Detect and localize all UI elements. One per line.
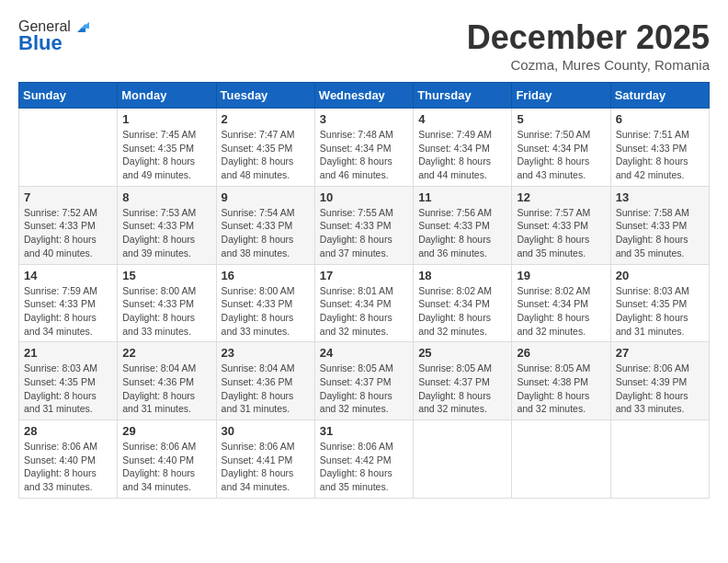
day-number: 15 [122,269,210,282]
day-number: 11 [418,190,506,204]
day-number: 7 [24,190,112,204]
day-of-week-header: Thursday [414,83,512,109]
calendar-cell: 15Sunrise: 8:00 AM Sunset: 4:33 PM Dayli… [118,264,216,342]
cell-info: Sunrise: 8:06 AM Sunset: 4:40 PM Dayligh… [122,440,210,494]
cell-info: Sunrise: 7:54 AM Sunset: 4:33 PM Dayligh… [222,206,310,260]
day-number: 18 [418,269,506,282]
calendar-cell: 31Sunrise: 8:06 AM Sunset: 4:42 PM Dayli… [314,420,413,499]
calendar-cell: 22Sunrise: 8:04 AM Sunset: 4:36 PM Dayli… [118,342,216,420]
calendar-cell [19,109,118,187]
calendar-cell: 20Sunrise: 8:03 AM Sunset: 4:35 PM Dayli… [610,264,709,342]
calendar-cell: 28Sunrise: 8:06 AM Sunset: 4:40 PM Dayli… [19,420,118,499]
calendar-cell: 29Sunrise: 8:06 AM Sunset: 4:40 PM Dayli… [118,420,216,499]
cell-info: Sunrise: 8:06 AM Sunset: 4:42 PM Dayligh… [320,440,408,494]
calendar-cell: 11Sunrise: 7:56 AM Sunset: 4:33 PM Dayli… [414,186,512,264]
cell-info: Sunrise: 8:05 AM Sunset: 4:37 PM Dayligh… [418,362,506,416]
calendar-cell [512,420,610,499]
calendar-cell: 23Sunrise: 8:04 AM Sunset: 4:36 PM Dayli… [216,342,314,420]
calendar-cell: 9Sunrise: 7:54 AM Sunset: 4:33 PM Daylig… [216,186,314,264]
day-number: 6 [616,112,704,126]
calendar-cell: 27Sunrise: 8:06 AM Sunset: 4:39 PM Dayli… [610,342,709,420]
day-number: 14 [24,269,112,282]
calendar-cell: 6Sunrise: 7:51 AM Sunset: 4:33 PM Daylig… [610,109,709,187]
cell-info: Sunrise: 7:49 AM Sunset: 4:34 PM Dayligh… [418,128,506,182]
location-subtitle: Cozma, Mures County, Romania [467,57,710,73]
day-number: 1 [122,112,210,126]
day-number: 30 [222,424,310,438]
day-number: 2 [222,112,310,126]
page-header: General Blue December 2025 Cozma, Mures … [18,18,710,73]
calendar-cell: 24Sunrise: 8:05 AM Sunset: 4:37 PM Dayli… [314,342,413,420]
cell-info: Sunrise: 8:01 AM Sunset: 4:34 PM Dayligh… [320,284,408,339]
day-number: 25 [418,346,506,360]
calendar-cell [610,420,709,499]
calendar-cell: 18Sunrise: 8:02 AM Sunset: 4:34 PM Dayli… [414,264,512,342]
cell-info: Sunrise: 7:55 AM Sunset: 4:33 PM Dayligh… [320,206,408,260]
day-of-week-header: Wednesday [314,83,413,109]
calendar-cell: 1Sunrise: 7:45 AM Sunset: 4:35 PM Daylig… [118,109,216,187]
calendar-cell: 17Sunrise: 8:01 AM Sunset: 4:34 PM Dayli… [314,264,413,342]
day-of-week-header: Friday [512,83,610,109]
calendar-cell: 13Sunrise: 7:58 AM Sunset: 4:33 PM Dayli… [610,186,709,264]
calendar-cell: 5Sunrise: 7:50 AM Sunset: 4:34 PM Daylig… [512,109,610,187]
day-number: 5 [517,112,605,126]
cell-info: Sunrise: 8:02 AM Sunset: 4:34 PM Dayligh… [418,284,506,339]
day-number: 27 [616,346,704,360]
day-number: 19 [517,269,605,282]
cell-info: Sunrise: 8:03 AM Sunset: 4:35 PM Dayligh… [616,284,704,339]
cell-info: Sunrise: 8:00 AM Sunset: 4:33 PM Dayligh… [222,284,310,339]
cell-info: Sunrise: 8:06 AM Sunset: 4:40 PM Dayligh… [24,440,112,494]
day-number: 31 [320,424,408,438]
calendar-cell: 30Sunrise: 8:06 AM Sunset: 4:41 PM Dayli… [216,420,314,499]
calendar-week-row: 1Sunrise: 7:45 AM Sunset: 4:35 PM Daylig… [19,109,710,187]
cell-info: Sunrise: 7:48 AM Sunset: 4:34 PM Dayligh… [320,128,408,182]
month-title: December 2025 [467,18,710,57]
day-number: 17 [320,269,408,282]
calendar-cell: 7Sunrise: 7:52 AM Sunset: 4:33 PM Daylig… [19,186,118,264]
cell-info: Sunrise: 8:06 AM Sunset: 4:41 PM Dayligh… [222,440,310,494]
day-number: 28 [24,424,112,438]
calendar-cell: 16Sunrise: 8:00 AM Sunset: 4:33 PM Dayli… [216,264,314,342]
cell-info: Sunrise: 7:51 AM Sunset: 4:33 PM Dayligh… [616,128,704,182]
day-number: 23 [222,346,310,360]
calendar-cell: 26Sunrise: 8:05 AM Sunset: 4:38 PM Dayli… [512,342,610,420]
logo-blue-text: Blue [18,31,63,55]
day-number: 24 [320,346,408,360]
calendar-week-row: 7Sunrise: 7:52 AM Sunset: 4:33 PM Daylig… [19,186,710,264]
day-number: 26 [517,346,605,360]
calendar-cell: 10Sunrise: 7:55 AM Sunset: 4:33 PM Dayli… [314,186,413,264]
day-of-week-header: Tuesday [216,83,314,109]
calendar-cell: 2Sunrise: 7:47 AM Sunset: 4:35 PM Daylig… [216,109,314,187]
cell-info: Sunrise: 7:56 AM Sunset: 4:33 PM Dayligh… [418,206,506,260]
cell-info: Sunrise: 8:05 AM Sunset: 4:37 PM Dayligh… [320,362,408,416]
calendar-table: SundayMondayTuesdayWednesdayThursdayFrid… [18,82,710,499]
day-number: 10 [320,190,408,204]
day-number: 9 [222,190,310,204]
calendar-week-row: 21Sunrise: 8:03 AM Sunset: 4:35 PM Dayli… [19,342,710,420]
cell-info: Sunrise: 8:02 AM Sunset: 4:34 PM Dayligh… [517,284,605,339]
cell-info: Sunrise: 8:04 AM Sunset: 4:36 PM Dayligh… [222,362,310,416]
calendar-cell [414,420,512,499]
day-number: 29 [122,424,210,438]
cell-info: Sunrise: 7:53 AM Sunset: 4:33 PM Dayligh… [122,206,210,260]
day-number: 22 [122,346,210,360]
calendar-cell: 8Sunrise: 7:53 AM Sunset: 4:33 PM Daylig… [118,186,216,264]
day-number: 20 [616,269,704,282]
calendar-header-row: SundayMondayTuesdayWednesdayThursdayFrid… [19,83,710,109]
cell-info: Sunrise: 8:00 AM Sunset: 4:33 PM Dayligh… [122,284,210,339]
cell-info: Sunrise: 7:58 AM Sunset: 4:33 PM Dayligh… [616,206,704,260]
calendar-cell: 4Sunrise: 7:49 AM Sunset: 4:34 PM Daylig… [414,109,512,187]
logo: General Blue [18,18,89,55]
day-of-week-header: Sunday [19,83,118,109]
cell-info: Sunrise: 8:04 AM Sunset: 4:36 PM Dayligh… [122,362,210,416]
day-number: 3 [320,112,408,126]
cell-info: Sunrise: 7:45 AM Sunset: 4:35 PM Dayligh… [122,128,210,182]
day-number: 8 [122,190,210,204]
cell-info: Sunrise: 7:52 AM Sunset: 4:33 PM Dayligh… [24,206,112,260]
calendar-week-row: 14Sunrise: 7:59 AM Sunset: 4:33 PM Dayli… [19,264,710,342]
calendar-week-row: 28Sunrise: 8:06 AM Sunset: 4:40 PM Dayli… [19,420,710,499]
day-number: 16 [222,269,310,282]
cell-info: Sunrise: 7:59 AM Sunset: 4:33 PM Dayligh… [24,284,112,339]
cell-info: Sunrise: 7:50 AM Sunset: 4:34 PM Dayligh… [517,128,605,182]
logo-bird-icon [73,18,89,35]
